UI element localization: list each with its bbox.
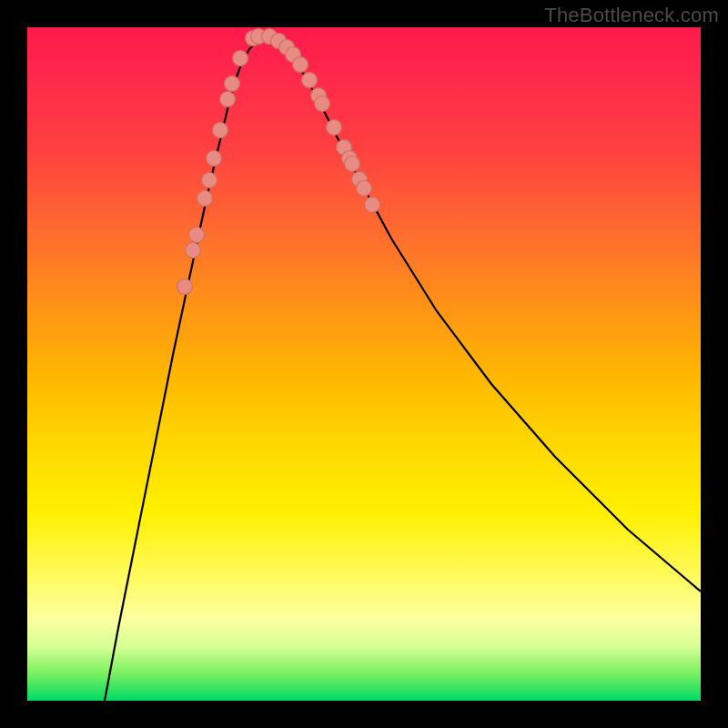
marker-dot: [327, 120, 342, 136]
marker-dot: [220, 92, 236, 107]
marker-dot: [233, 51, 248, 66]
marker-dot: [315, 96, 330, 112]
marker-dots: [177, 29, 380, 295]
watermark-text: TheBottleneck.com: [544, 4, 719, 27]
marker-dot: [293, 57, 308, 73]
marker-dot: [225, 76, 240, 92]
bottleneck-curve: [105, 38, 701, 701]
marker-dot: [197, 191, 213, 207]
marker-dot: [202, 173, 217, 188]
marker-dot: [365, 197, 380, 213]
marker-dot: [189, 228, 205, 243]
marker-dot: [302, 73, 318, 88]
plot-area: [27, 27, 701, 701]
marker-dot: [186, 243, 201, 258]
marker-dot: [177, 279, 193, 295]
marker-dot: [207, 151, 222, 167]
marker-dot: [213, 123, 228, 138]
marker-dot: [357, 181, 372, 197]
marker-dot: [345, 157, 360, 172]
chart-frame: TheBottleneck.com: [0, 0, 728, 728]
curve-layer: [27, 27, 701, 701]
